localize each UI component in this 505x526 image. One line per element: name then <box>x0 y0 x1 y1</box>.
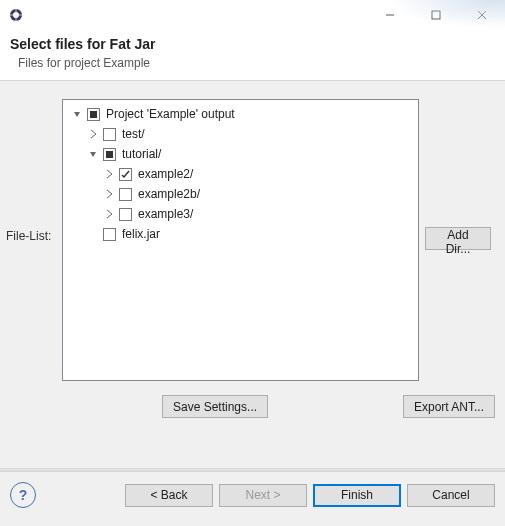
tree-node-tutorial[interactable]: tutorial/ <box>65 144 416 164</box>
node-label: example3/ <box>136 204 193 224</box>
collapse-icon[interactable] <box>101 166 117 182</box>
mid-button-row: Save Settings... Export ANT... <box>0 389 505 418</box>
wizard-footer: ? < Back Next > Finish Cancel <box>0 472 505 518</box>
expand-icon[interactable] <box>69 106 85 122</box>
collapse-icon[interactable] <box>85 126 101 142</box>
wizard-subtitle: Files for project Example <box>18 56 495 70</box>
file-tree[interactable]: Project 'Example' output test/ tutorial/ <box>62 99 419 381</box>
checkbox-tristate[interactable] <box>103 148 116 161</box>
titlebar <box>0 0 505 30</box>
checkbox-unchecked[interactable] <box>119 208 132 221</box>
save-settings-button[interactable]: Save Settings... <box>162 395 268 418</box>
tree-node-test[interactable]: test/ <box>65 124 416 144</box>
side-button-column: Add Dir... <box>425 99 495 381</box>
node-label: tutorial/ <box>120 144 161 164</box>
tree-node-example2[interactable]: example2/ <box>65 164 416 184</box>
help-icon[interactable]: ? <box>10 482 36 508</box>
svg-rect-3 <box>8 14 24 16</box>
back-button[interactable]: < Back <box>125 484 213 507</box>
node-label: test/ <box>120 124 145 144</box>
collapse-icon[interactable] <box>101 206 117 222</box>
tree-node-felix[interactable]: felix.jar <box>65 224 416 244</box>
checkbox-tristate[interactable] <box>87 108 100 121</box>
maximize-button[interactable] <box>413 0 459 30</box>
node-label: Project 'Example' output <box>104 104 235 124</box>
add-dir-button[interactable]: Add Dir... <box>425 227 491 250</box>
svg-rect-5 <box>432 11 440 19</box>
cancel-button[interactable]: Cancel <box>407 484 495 507</box>
file-list-label: File-List: <box>6 99 56 381</box>
node-label: example2/ <box>136 164 193 184</box>
wizard-header: Select files for Fat Jar Files for proje… <box>0 30 505 81</box>
checkbox-unchecked[interactable] <box>119 188 132 201</box>
wizard-title: Select files for Fat Jar <box>10 36 495 52</box>
next-button[interactable]: Next > <box>219 484 307 507</box>
tree-node-root[interactable]: Project 'Example' output <box>65 104 416 124</box>
tree-spacer <box>85 226 101 242</box>
checkbox-unchecked[interactable] <box>103 228 116 241</box>
wizard-window: Select files for Fat Jar Files for proje… <box>0 0 505 526</box>
export-ant-button[interactable]: Export ANT... <box>403 395 495 418</box>
file-list-row: File-List: Project 'Example' output test… <box>0 81 505 389</box>
app-icon <box>8 7 24 23</box>
checkbox-unchecked[interactable] <box>103 128 116 141</box>
checkbox-checked[interactable] <box>119 168 132 181</box>
tree-node-example3[interactable]: example3/ <box>65 204 416 224</box>
wizard-body: File-List: Project 'Example' output test… <box>0 81 505 526</box>
close-button[interactable] <box>459 0 505 30</box>
node-label: felix.jar <box>120 224 160 244</box>
finish-button[interactable]: Finish <box>313 484 401 507</box>
tree-node-example2b[interactable]: example2b/ <box>65 184 416 204</box>
minimize-button[interactable] <box>367 0 413 30</box>
collapse-icon[interactable] <box>101 186 117 202</box>
expand-icon[interactable] <box>85 146 101 162</box>
node-label: example2b/ <box>136 184 200 204</box>
